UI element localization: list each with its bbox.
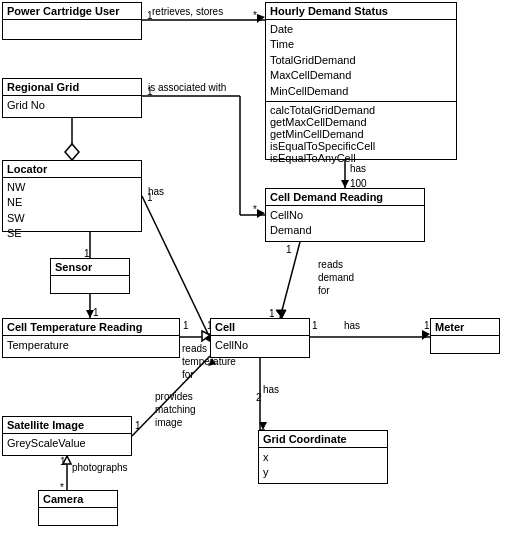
svg-marker-24 xyxy=(422,330,430,340)
method-get-max: getMaxCellDemand xyxy=(270,116,452,128)
label-photographs: photographs xyxy=(72,462,128,473)
mult-1-assoc-left: 1 xyxy=(147,86,153,97)
field-sw: SW xyxy=(7,211,137,226)
box-body-cell-demand: CellNo Demand xyxy=(266,206,424,241)
box-body-regional-grid: Grid No xyxy=(3,96,141,115)
mult-1-celltemp1: 1 xyxy=(183,320,189,331)
method-equal-any: isEqualToAnyCell xyxy=(270,152,452,164)
field-nw: NW xyxy=(7,180,137,195)
box-body-meter xyxy=(431,336,499,340)
method-calc-total: calcTotalGridDemand xyxy=(270,104,452,116)
box-body-satellite: GreyScaleValue xyxy=(3,434,131,453)
box-body-locator: NW NE SW SE xyxy=(3,178,141,244)
field-total-grid-demand: TotalGridDemand xyxy=(270,53,452,68)
mult-1-sat: 1 xyxy=(135,420,141,431)
box-title-satellite: Satellite Image xyxy=(3,417,131,434)
box-hourly-demand-status: Hourly Demand Status Date Time TotalGrid… xyxy=(265,2,457,160)
box-title-locator: Locator xyxy=(3,161,141,178)
mult-star-assoc: * xyxy=(253,204,257,215)
box-body-grid-coord: x y xyxy=(259,448,387,483)
box-locator: Locator NW NE SW SE xyxy=(2,160,142,232)
box-camera: Camera xyxy=(38,490,118,526)
method-equal-specific: isEqualToSpecificCell xyxy=(270,140,452,152)
field-greyscale: GreyScaleValue xyxy=(7,436,127,451)
box-cell: Cell CellNo xyxy=(210,318,310,358)
box-cell-temp-reading: Cell Temperature Reading Temperature xyxy=(2,318,180,358)
label-reads-demand-fixed: readsdemandfor xyxy=(318,258,354,297)
box-body-hourly-demand-status: Date Time TotalGridDemand MaxCellDemand … xyxy=(266,20,456,101)
mult-1-senses: 1 xyxy=(93,307,99,318)
svg-marker-28 xyxy=(65,144,79,160)
field-demand: Demand xyxy=(270,223,420,238)
field-cell-no: CellNo xyxy=(215,338,305,353)
label-has-coord: has xyxy=(263,384,279,395)
svg-line-5 xyxy=(142,196,210,338)
mult-1-demand1: 1 xyxy=(286,244,292,255)
label-provides-matching: providesmatchingimage xyxy=(155,390,196,429)
box-satellite-image: Satellite Image GreyScaleValue xyxy=(2,416,132,456)
mult-star-top: * xyxy=(253,10,257,21)
field-ne: NE xyxy=(7,195,137,210)
mult-1-meter1: 1 xyxy=(312,320,318,331)
box-title-cell: Cell xyxy=(211,319,309,336)
field-date: Date xyxy=(270,22,452,37)
box-grid-coordinate: Grid Coordinate x y xyxy=(258,430,388,484)
field-max-cell-demand: MaxCellDemand xyxy=(270,68,452,83)
mult-1-meter2: 1 xyxy=(424,320,430,331)
field-y: y xyxy=(263,465,383,480)
mult-1-has-left: 1 xyxy=(147,192,153,203)
field-temperature: Temperature xyxy=(7,338,175,353)
box-sensor: Sensor xyxy=(50,258,130,294)
mult-1-top-left: 1 xyxy=(147,10,153,21)
box-regional-grid: Regional Grid Grid No xyxy=(2,78,142,118)
box-title-sensor: Sensor xyxy=(51,259,129,276)
uml-diagram: retrieves, stores is associated with has… xyxy=(0,0,524,533)
box-cell-demand-reading: Cell Demand Reading CellNo Demand xyxy=(265,188,425,242)
field-grid-no: Grid No xyxy=(7,98,137,113)
box-body-cell-temp: Temperature xyxy=(3,336,179,355)
method-get-min: getMinCellDemand xyxy=(270,128,452,140)
box-title-cell-temp: Cell Temperature Reading xyxy=(3,319,179,336)
field-se: SE xyxy=(7,226,137,241)
svg-marker-21 xyxy=(341,180,349,188)
box-meter: Meter xyxy=(430,318,500,354)
box-body-sensor xyxy=(51,276,129,280)
box-power-cartridge-user: Power Cartridge User xyxy=(2,2,142,40)
box-title-power-cartridge-user: Power Cartridge User xyxy=(3,3,141,20)
svg-marker-25 xyxy=(259,422,267,430)
box-body-cell: CellNo xyxy=(211,336,309,355)
mult-1-cam: 1 xyxy=(60,456,66,467)
label-has-meter: has xyxy=(344,320,360,331)
field-cell-no-demand: CellNo xyxy=(270,208,420,223)
mult-2-coord: 2 xyxy=(256,392,262,403)
box-methods-hourly-demand: calcTotalGridDemand getMaxCellDemand get… xyxy=(266,101,456,166)
label-is-associated-with: is associated with xyxy=(148,82,226,93)
field-min-cell-demand: MinCellDemand xyxy=(270,84,452,99)
svg-marker-20 xyxy=(257,209,265,218)
svg-marker-19 xyxy=(257,14,265,23)
svg-marker-22 xyxy=(276,310,286,318)
box-title-cell-demand: Cell Demand Reading xyxy=(266,189,424,206)
field-time: Time xyxy=(270,37,452,52)
box-body-camera xyxy=(39,508,117,512)
box-title-regional-grid: Regional Grid xyxy=(3,79,141,96)
field-x: x xyxy=(263,450,383,465)
svg-marker-18 xyxy=(202,331,210,341)
box-title-meter: Meter xyxy=(431,319,499,336)
box-title-hourly-demand-status: Hourly Demand Status xyxy=(266,3,456,20)
box-title-camera: Camera xyxy=(39,491,117,508)
box-title-grid-coord: Grid Coordinate xyxy=(259,431,387,448)
label-retrieves-stores: retrieves, stores xyxy=(152,6,223,17)
